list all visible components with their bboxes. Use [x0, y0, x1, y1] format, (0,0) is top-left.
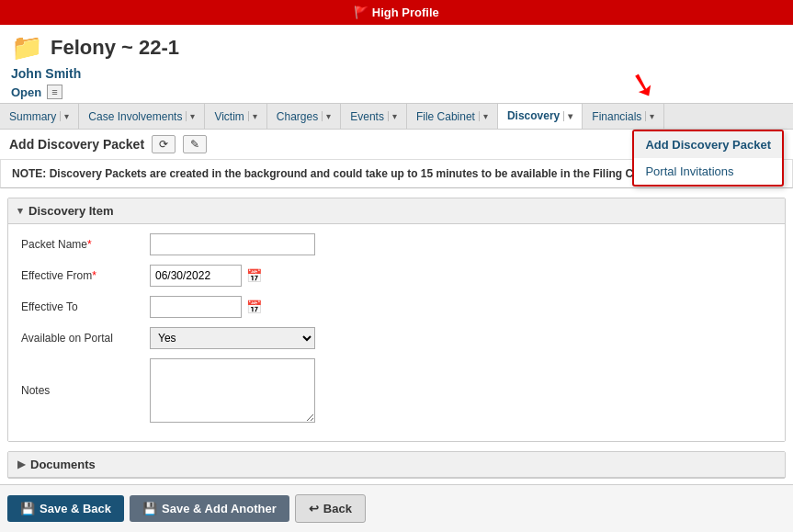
high-profile-label: High Profile [372, 6, 439, 19]
effective-from-label: Effective From* [21, 269, 150, 282]
packet-name-input[interactable] [150, 233, 315, 255]
tab-file-cabinet-arrow[interactable]: ▾ [479, 111, 488, 121]
back-icon: ↩ [309, 502, 319, 515]
folder-icon: 📁 [11, 32, 43, 62]
tab-group-charges: Charges ▾ [267, 104, 341, 129]
tab-charges-arrow[interactable]: ▾ [322, 111, 331, 121]
available-on-portal-label: Available on Portal [21, 332, 150, 345]
discovery-section-body: Packet Name* Effective From* 📅 Effective… [8, 224, 785, 441]
case-status-icon-button[interactable]: ≡ [47, 85, 62, 99]
save-back-icon: 💾 [20, 502, 35, 515]
high-profile-banner: 🚩 High Profile [0, 0, 793, 25]
documents-section-header[interactable]: ▶ Documents [8, 452, 785, 478]
tab-case-involvements-label: Case Involvements [88, 110, 182, 123]
back-label: Back [323, 502, 352, 515]
tab-group-victim: Victim ▾ [205, 104, 266, 129]
discovery-dropdown-menu: Add Discovery Packet Portal Invitations [632, 130, 784, 187]
effective-to-input[interactable] [150, 296, 242, 318]
save-add-another-label: Save & Add Another [162, 502, 277, 515]
packet-name-row: Packet Name* [21, 233, 772, 255]
tab-summary-arrow[interactable]: ▾ [60, 111, 69, 121]
packet-name-label: Packet Name* [21, 238, 150, 251]
discovery-section-chevron: ▾ [17, 205, 23, 217]
effective-to-row: Effective To 📅 [21, 296, 772, 318]
documents-section: ▶ Documents [7, 451, 786, 479]
main-content: Add Discovery Packet ⟳ ✎ Add Discovery P… [0, 130, 793, 532]
notes-label: Notes [21, 384, 150, 397]
discovery-section-header[interactable]: ▾ Discovery Item [8, 198, 785, 224]
tab-victim-label: Victim [214, 110, 244, 123]
documents-section-chevron: ▶ [17, 458, 25, 470]
tab-financials-label: Financials [592, 110, 641, 123]
page-header-left: Add Discovery Packet ⟳ ✎ [9, 135, 207, 153]
tab-case-involvements-arrow[interactable]: ▾ [186, 111, 195, 121]
available-on-portal-select[interactable]: Yes No [150, 327, 315, 349]
case-name: Felony ~ 22-1 [51, 36, 179, 60]
tab-summary[interactable]: Summary ▾ [0, 104, 78, 129]
tab-group-discovery: Discovery ▾ [498, 104, 583, 129]
documents-section-title: Documents [30, 458, 96, 471]
tab-group-financials: Financials ▾ [583, 104, 664, 129]
tab-victim-arrow[interactable]: ▾ [248, 111, 257, 121]
save-back-button[interactable]: 💾 Save & Back [7, 495, 124, 522]
dropdown-add-discovery-packet[interactable]: Add Discovery Packet [634, 131, 782, 158]
refresh-button[interactable]: ⟳ [152, 135, 176, 153]
notes-textarea[interactable] [150, 358, 315, 423]
nav-tabs: Summary ▾ Case Involvements ▾ Victim ▾ C… [0, 103, 793, 130]
client-name: John Smith [11, 66, 782, 81]
tab-discovery[interactable]: Discovery ▾ [498, 104, 582, 129]
tab-group-summary: Summary ▾ [0, 104, 79, 129]
tab-file-cabinet[interactable]: File Cabinet ▾ [407, 104, 497, 129]
tab-charges-label: Charges [277, 110, 318, 123]
save-back-label: Save & Back [40, 502, 111, 515]
tab-charges[interactable]: Charges ▾ [267, 104, 340, 129]
tab-case-involvements[interactable]: Case Involvements ▾ [79, 104, 204, 129]
effective-to-calendar-icon[interactable]: 📅 [246, 300, 262, 314]
footer-buttons: 💾 Save & Back 💾 Save & Add Another ↩ Bac… [0, 484, 793, 532]
tab-summary-label: Summary [9, 110, 56, 123]
case-status-open: Open [11, 85, 41, 99]
tab-financials-arrow[interactable]: ▾ [645, 111, 654, 121]
flag-icon: 🚩 [354, 6, 368, 19]
tab-group-file-cabinet: File Cabinet ▾ [407, 104, 498, 129]
tab-discovery-label: Discovery [507, 109, 560, 122]
page-title: Add Discovery Packet [9, 137, 144, 152]
case-header: 📁 Felony ~ 22-1 John Smith Open ≡ [0, 25, 793, 103]
notes-row: Notes [21, 358, 772, 423]
tab-events-label: Events [350, 110, 384, 123]
effective-from-row: Effective From* 📅 [21, 265, 772, 287]
discovery-item-section: ▾ Discovery Item Packet Name* Effective … [7, 198, 786, 442]
effective-to-label: Effective To [21, 300, 150, 313]
tab-file-cabinet-label: File Cabinet [416, 110, 475, 123]
case-title-row: 📁 Felony ~ 22-1 [11, 32, 782, 62]
save-add-another-icon: 💾 [142, 502, 157, 515]
tab-financials[interactable]: Financials ▾ [583, 104, 663, 129]
save-add-another-button[interactable]: 💾 Save & Add Another [130, 495, 289, 522]
effective-from-calendar-icon[interactable]: 📅 [246, 268, 262, 283]
case-status-row: Open ≡ [11, 85, 782, 99]
tab-group-case-involvements: Case Involvements ▾ [79, 104, 205, 129]
page-header-area: Add Discovery Packet ⟳ ✎ Add Discovery P… [0, 130, 793, 160]
edit-button[interactable]: ✎ [183, 135, 207, 153]
tab-discovery-arrow[interactable]: ▾ [563, 111, 572, 121]
dropdown-portal-invitations[interactable]: Portal Invitations [634, 158, 782, 185]
tab-group-events: Events ▾ [341, 104, 407, 129]
tab-events-arrow[interactable]: ▾ [388, 111, 397, 121]
discovery-section-title: Discovery Item [28, 204, 114, 218]
back-button[interactable]: ↩ Back [295, 494, 366, 523]
available-on-portal-row: Available on Portal Yes No [21, 327, 772, 349]
effective-from-input[interactable] [150, 265, 242, 287]
tab-victim[interactable]: Victim ▾ [205, 104, 266, 129]
tab-events[interactable]: Events ▾ [341, 104, 406, 129]
